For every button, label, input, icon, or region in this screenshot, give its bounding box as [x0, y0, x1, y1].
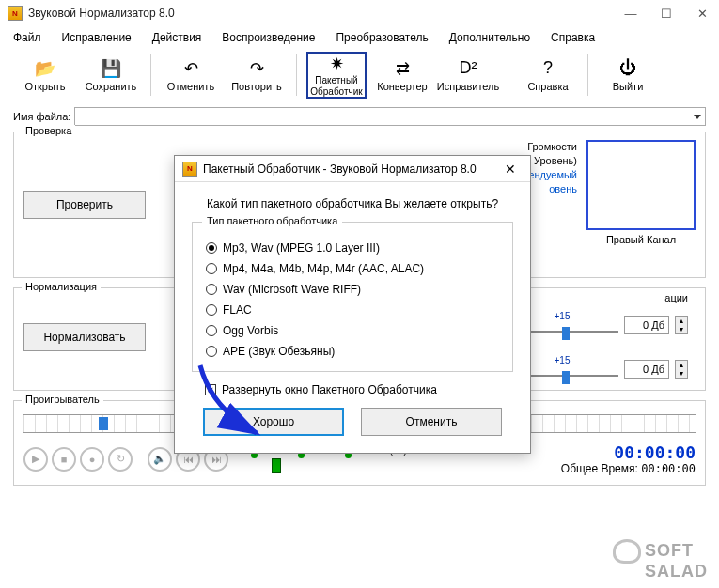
menu-edit[interactable]: Исправление	[58, 29, 135, 46]
minimize-button[interactable]: —	[621, 4, 640, 23]
exit-icon: ⏻	[617, 58, 639, 79]
gain-spin-1[interactable]: ▲▼	[675, 316, 688, 334]
ms-slider-thumb[interactable]	[272, 458, 281, 473]
time-total-label: Общее Время:	[561, 462, 638, 475]
radio-option-5[interactable]: APE (Звук Обезьяны)	[206, 341, 499, 362]
dialog-title: Пакетный Обработчик - Звуковой Нормализа…	[203, 162, 477, 176]
undo-icon: ↶	[180, 58, 202, 79]
fixer-icon: D²	[457, 58, 479, 79]
save-icon: 💾	[100, 58, 122, 79]
menu-file[interactable]: Файл	[9, 29, 45, 46]
radio-3[interactable]	[206, 304, 217, 316]
dialog-close-button[interactable]: ✕	[498, 162, 523, 177]
rec-label-1: ендуемый	[525, 168, 577, 182]
convert-icon: ⇄	[391, 58, 414, 79]
menu-actions[interactable]: Действия	[148, 29, 206, 46]
redo-icon: ↷	[245, 58, 268, 79]
gain-value-1[interactable]: 0 Дб	[624, 316, 669, 334]
radio-2[interactable]	[206, 284, 217, 295]
menu-help[interactable]: Справка	[547, 29, 599, 46]
toolbar: 📂Открыть💾Сохранить↶Отменить↷Повторить✷Па…	[6, 49, 713, 101]
maximize-button[interactable]: ☐	[657, 4, 676, 23]
normalize-button[interactable]: Нормализовать	[23, 323, 146, 351]
menu-converter[interactable]: Преобразователь	[332, 29, 431, 46]
app-icon: N	[8, 6, 23, 21]
rec-label-2: овень	[525, 182, 577, 196]
radio-0[interactable]	[206, 242, 217, 254]
radio-1[interactable]	[206, 263, 217, 274]
check-group-title: Проверка	[22, 125, 75, 136]
radio-option-4[interactable]: Ogg Vorbis	[206, 320, 499, 341]
title-bar: N Звуковой Нормализатор 8.0 — ☐ ✕	[0, 0, 719, 26]
dialog-icon: N	[182, 162, 197, 177]
window-title: Звуковой Нормализатор 8.0	[28, 7, 621, 20]
menu-playback[interactable]: Воспроизведение	[218, 29, 319, 46]
radio-label-0: Mp3, Wav (MPEG 1.0 Layer III)	[223, 241, 380, 255]
watermark: SOFT SALAD	[613, 539, 708, 579]
radio-label-5: APE (Звук Обезьяны)	[223, 345, 335, 358]
toolbar-fixer-button[interactable]: D²Исправитель	[438, 52, 498, 99]
menu-extra[interactable]: Дополнительно	[445, 29, 534, 46]
eq-label: ации	[506, 292, 688, 303]
radio-option-1[interactable]: Mp4, M4a, M4b, M4p, M4r (AAC, ALAC)	[206, 258, 499, 279]
filename-label: Имя файла:	[13, 111, 70, 122]
time-current: 00:00:00	[561, 442, 696, 462]
time-total: 00:00:00	[641, 462, 696, 475]
vol-label-2: й Уровень)	[525, 154, 577, 168]
radio-option-3[interactable]: FLAC	[206, 300, 499, 320]
norm-group-title: Нормализация	[22, 281, 101, 292]
annotation-arrow	[183, 362, 273, 446]
menu-bar: Файл Исправление Действия Воспроизведени…	[0, 26, 719, 49]
player-group-title: Проигрыватель	[22, 394, 103, 405]
dialog-question: Какой тип пакетного обработчика Вы желае…	[192, 197, 513, 210]
toolbar-help-button[interactable]: ?Справка	[518, 52, 578, 99]
play-button[interactable]: ▶	[23, 447, 48, 472]
toolbar-undo-button[interactable]: ↶Отменить	[161, 52, 221, 99]
toolbar-open-button[interactable]: 📂Открыть	[15, 52, 75, 99]
cancel-button[interactable]: Отменить	[361, 408, 502, 436]
gain-value-2[interactable]: 0 Дб	[624, 360, 669, 379]
loop-button[interactable]: ↻	[108, 447, 133, 472]
radio-label-2: Wav (Microsoft Wave RIFF)	[223, 283, 361, 296]
gain-spin-2[interactable]: ▲▼	[675, 360, 688, 379]
radio-group-title: Тип пакетного обработчика	[202, 215, 342, 226]
toolbar-convert-button[interactable]: ⇄Конвертер	[372, 52, 432, 99]
batch-icon: ✷	[325, 54, 348, 74]
filename-combo[interactable]	[74, 107, 706, 126]
toolbar-save-button[interactable]: 💾Сохранить	[81, 52, 141, 99]
radio-option-2[interactable]: Wav (Microsoft Wave RIFF)	[206, 279, 499, 300]
radio-option-0[interactable]: Mp3, Wav (MPEG 1.0 Layer III)	[206, 238, 499, 258]
stop-button[interactable]: ■	[52, 447, 76, 472]
toolbar-redo-button[interactable]: ↷Повторить	[227, 52, 287, 99]
vol-label-1: Громкости	[525, 140, 577, 154]
radio-label-1: Mp4, M4a, M4b, M4p, M4r (AAC, ALAC)	[223, 262, 424, 275]
channel-label: Правый Канал	[586, 234, 696, 245]
record-button[interactable]: ●	[80, 447, 104, 472]
toolbar-batch-button[interactable]: ✷ПакетныйОбработчик	[306, 52, 367, 99]
check-button[interactable]: Проверить	[23, 191, 146, 219]
radio-4[interactable]	[206, 325, 217, 336]
radio-label-4: Ogg Vorbis	[223, 324, 278, 337]
channel-chart	[586, 140, 696, 230]
help-icon: ?	[537, 58, 559, 79]
radio-5[interactable]	[206, 346, 217, 357]
vol-down-button[interactable]: 🔈	[148, 447, 172, 472]
toolbar-exit-button[interactable]: ⏻Выйти	[598, 52, 658, 99]
close-button[interactable]: ✕	[693, 4, 711, 23]
radio-label-3: FLAC	[223, 303, 252, 317]
open-icon: 📂	[34, 58, 56, 79]
